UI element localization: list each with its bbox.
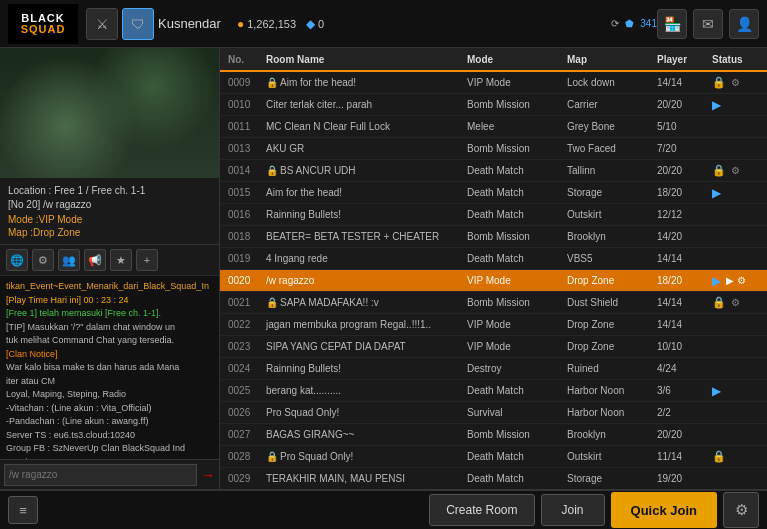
room-player: 14/14 [657,319,712,330]
coins-value: 1,262,153 [247,18,296,30]
room-no: 0020 [220,275,262,286]
table-row[interactable]: 0024 Rainning Bullets! Destroy Ruined 4/… [220,358,767,380]
bottom-left: ≡ [8,496,38,524]
table-row[interactable]: 0021 🔒SAPA MADAFAKA!! :v Bomb Mission Du… [220,292,767,314]
room-map: Lock down [567,77,657,88]
room-player: 14/14 [657,297,712,308]
room-no: 0024 [220,363,262,374]
coins-display: ● 1,262,153 [237,17,296,31]
table-row[interactable]: 0022 jagan membuka program Regal..!!!1..… [220,314,767,336]
join-button[interactable]: Join [541,494,605,526]
room-map: VBS5 [567,253,657,264]
room-player: 20/20 [657,429,712,440]
online-section: ⟳ ⬟ 341 [611,18,657,29]
globe-icon-btn[interactable]: 🌐 [6,249,28,271]
table-row[interactable]: 0018 BEATER= BETA TESTER + CHEATER Bomb … [220,226,767,248]
chat-message: [Free 1] telah memasuki [Free ch. 1-1]. [6,307,213,321]
lock-status-icon: 🔒 [712,76,726,89]
room-name: 4 Ingang rede [262,253,467,264]
map-label: Map :Drop Zone [8,227,80,238]
store-icon-btn[interactable]: 🏪 [657,9,687,39]
room-player: 4/24 [657,363,712,374]
room-name: Citer terlak citer... parah [262,99,467,110]
room-player: 14/14 [657,253,712,264]
room-status: 🔒⚙ [712,164,767,177]
friend-btn[interactable]: ★ [110,249,132,271]
online-number: 341 [640,18,657,29]
room-map: Harbor Noon [567,385,657,396]
room-map: Ruined [567,363,657,374]
create-room-button[interactable]: Create Room [429,494,534,526]
room-no: 0010 [220,99,262,110]
chat-input[interactable] [4,464,197,486]
room-map: Tallinn [567,165,657,176]
table-row[interactable]: 0026 Pro Squad Only! Survival Harbor Noo… [220,402,767,424]
room-map: Drop Zone [567,341,657,352]
top-bar: BLACK SQUAD ⚔ 🛡 Kusnendar ● 1,262,153 ◆ … [0,0,767,48]
clan-chat-btn[interactable]: 👥 [58,249,80,271]
table-row[interactable]: 0016 Rainning Bullets! Death Match Outsk… [220,204,767,226]
chat-message: -Vitachan : (Line akun : Vita_Official) [6,402,213,416]
room-player: 20/20 [657,165,712,176]
shield-icon[interactable]: 🛡 [122,8,154,40]
profile-icon-btn[interactable]: 👤 [729,9,759,39]
table-row[interactable]: 0009 🔒Aim for the head! VIP Mode Lock do… [220,72,767,94]
table-row[interactable]: 0013 AKU GR Bomb Mission Two Faced 7/20 [220,138,767,160]
table-row[interactable]: 0014 🔒BS ANCUR UDH Death Match Tallinn 2… [220,160,767,182]
room-name: Rainning Bullets! [262,209,467,220]
table-row[interactable]: 0020 /w ragazzo VIP Mode Drop Zone 18/20… [220,270,767,292]
room-map: Drop Zone [567,319,657,330]
room-name: 🔒Pro Squad Only! [262,451,467,462]
room-player: 3/6 [657,385,712,396]
room-player: 11/14 [657,451,712,462]
room-mode: Death Match [467,253,567,264]
room-player: 10/10 [657,341,712,352]
refresh-icon: ⟳ [611,18,619,29]
room-mode: Bomb Mission [467,99,567,110]
currency-bar: ● 1,262,153 ◆ 0 [237,17,324,31]
clan-icon[interactable]: ⚔ [86,8,118,40]
room-status: ▶▶ ⚙ [712,274,767,288]
room-mode: Death Match [467,209,567,220]
username-label: Kusnendar [158,16,221,31]
mail-icon-btn[interactable]: ✉ [693,9,723,39]
room-map: Brooklyn [567,429,657,440]
chat-message: -Pandachan : (Line akun : awang.ff) [6,415,213,429]
table-row[interactable]: 0015 Aim for the head! Death Match Stora… [220,182,767,204]
room-map: Brooklyn [567,231,657,242]
room-name: SIPA YANG CEPAT DIA DAPAT [262,341,467,352]
quick-join-button[interactable]: Quick Join [611,492,717,528]
room-mode: VIP Mode [467,77,567,88]
add-btn[interactable]: + [136,249,158,271]
room-no: 0023 [220,341,262,352]
room-mode: VIP Mode [467,319,567,330]
room-list-panel: No. Room Name Mode Map Player Status 000… [220,48,767,489]
room-name: 🔒BS ANCUR UDH [262,165,467,176]
whisper-btn[interactable]: 📢 [84,249,106,271]
map-preview-bg [0,48,219,178]
room-no: 0014 [220,165,262,176]
team-icon-btn[interactable]: ⚙ [32,249,54,271]
room-mode: Bomb Mission [467,143,567,154]
table-row[interactable]: 0023 SIPA YANG CEPAT DIA DAPAT VIP Mode … [220,336,767,358]
table-row[interactable]: 0029 TERAKHIR MAIN, MAU PENSI Death Matc… [220,468,767,489]
chat-icons-bar: 🌐 ⚙ 👥 📢 ★ + [0,245,219,276]
room-name: berang kat.......... [262,385,467,396]
room-lock-icon: 🔒 [266,165,278,176]
room-no: 0009 [220,77,262,88]
settings-gear-icon[interactable]: ⚙ [723,492,759,528]
room-name: 🔒SAPA MADAFAKA!! :v [262,297,467,308]
table-row[interactable]: 0025 berang kat.......... Death Match Ha… [220,380,767,402]
room-lock-icon: 🔒 [266,451,278,462]
room-no: 0029 [220,473,262,484]
room-name: BEATER= BETA TESTER + CHEATER [262,231,467,242]
table-row[interactable]: 0011 MC Clean N Clear Full Lock Melee Gr… [220,116,767,138]
table-row[interactable]: 0028 🔒Pro Squad Only! Death Match Outski… [220,446,767,468]
room-mode: Death Match [467,187,567,198]
table-row[interactable]: 0010 Citer terlak citer... parah Bomb Mi… [220,94,767,116]
filter-icon-btn[interactable]: ≡ [8,496,38,524]
table-row[interactable]: 0027 BAGAS GIRANG~~ Bomb Mission Brookly… [220,424,767,446]
room-no: 0028 [220,451,262,462]
play-status-icon: ▶ [712,384,721,398]
table-row[interactable]: 0019 4 Ingang rede Death Match VBS5 14/1… [220,248,767,270]
